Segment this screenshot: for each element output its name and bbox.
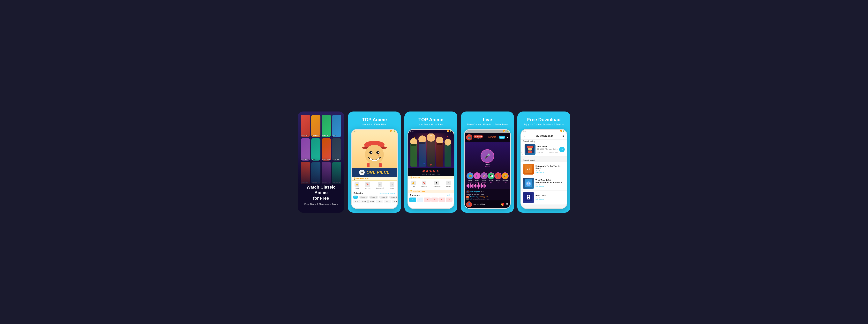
svg-point-38	[526, 181, 531, 186]
anime-thumb-bleach: BLEACH	[321, 115, 331, 137]
slime-thumb	[523, 178, 534, 189]
luffy-illustration	[355, 134, 394, 167]
mic-icon[interactable]: 🎙	[506, 203, 508, 206]
tab-tv[interactable]: TV	[353, 195, 358, 199]
dl-pause-button[interactable]: ⏸	[559, 147, 565, 152]
audience-chloe: 🎸 Chloe ♥ 3920	[480, 172, 488, 183]
sender-avatar: 👤	[466, 202, 472, 207]
noah-hearts: ♥ 236	[468, 182, 472, 183]
phone2-status-icons: 📶 🔋	[390, 131, 395, 132]
bluelock-size: 17.9M	[535, 197, 565, 199]
chat-avatar-1: 👤	[466, 190, 470, 193]
card2-subtitle: More than 2000+ Titles	[363, 123, 386, 126]
sender-row: 👤 Say something... 🎁 🎙	[465, 201, 510, 208]
wave-3	[468, 184, 469, 188]
ep-cell-4[interactable]: 4	[431, 197, 438, 202]
card3-title: TOP Anime	[418, 117, 443, 122]
tab-movie3[interactable]: Movie 3	[379, 195, 389, 199]
live-badge: TV is LIVE	[473, 136, 483, 138]
card4-subtitle: Meet&Connect Friends on Audio Room	[467, 123, 508, 126]
episodes-full-3[interactable]: Full >	[447, 194, 452, 196]
ep-cell-1[interactable]: 1	[409, 197, 416, 202]
dl-progress-fill	[537, 151, 544, 151]
michael-hearts: ♥ 0	[490, 182, 492, 183]
chat-text-1: To All	[480, 191, 484, 192]
action-bar-2: 👍 2.8M 🔖 My List ⬇ Download ↗ Share	[351, 181, 397, 191]
phone4-content: 📺 TV is LIVE ID 223357 3870.9M ♥ 999+ ✕	[465, 133, 510, 208]
dl-item-bluelock: Blue Lock 17.9M 2% watched	[521, 190, 567, 205]
wave-19	[480, 184, 481, 187]
ep-cell-3[interactable]: 3	[424, 197, 431, 202]
ep-1072[interactable]: 1072	[368, 200, 375, 203]
harpee-name: Harpee	[496, 180, 500, 181]
action-share[interactable]: ↗ Share	[390, 182, 394, 189]
action-mylist[interactable]: 🔖 My List	[365, 182, 371, 189]
tab-movie1[interactable]: Movie 1	[359, 195, 368, 199]
action-likes-3[interactable]: 👍 5.3K	[411, 181, 416, 188]
share-label: Share	[390, 187, 394, 189]
wave-20	[481, 183, 482, 188]
like-count-3: 5.3K	[411, 186, 415, 188]
close-icon[interactable]: ✕	[506, 136, 508, 139]
card-free-download: Free Download Enjoy the Content Anywhere…	[517, 111, 570, 213]
wave-24	[485, 183, 485, 188]
ep-1075[interactable]: 1075	[392, 200, 397, 203]
action-download[interactable]: ⬇ Download	[376, 182, 384, 189]
chat-msg-1: 👤 Liyi fengd to To All	[466, 190, 508, 193]
download-icon: ⬇	[378, 182, 382, 187]
svg-rect-11	[370, 163, 374, 167]
back-button[interactable]: ←	[523, 134, 527, 138]
episodes-header-3: Episodes Full >	[408, 193, 454, 197]
user-count: 999+	[499, 136, 505, 139]
card1-bottom-text: Watch Classic Animefor Free One Piece & …	[298, 184, 344, 206]
anime-thumb-naruto: NARUTO	[301, 115, 310, 137]
chat-user-4: Lily	[470, 198, 472, 200]
onepiece-thumb-icon	[526, 146, 534, 153]
haikyuu-watched: Watched 0%	[535, 172, 565, 173]
action-mylist-3[interactable]: 🔖 My List	[421, 181, 427, 188]
gift-icon[interactable]: 🎁	[501, 203, 504, 206]
wave-2	[467, 184, 468, 187]
share-label-3: Share	[446, 186, 451, 188]
ep-1073[interactable]: 1073	[376, 200, 383, 203]
wave-17	[479, 184, 479, 187]
menu-button[interactable]: ≡	[563, 134, 564, 138]
wave-9	[473, 184, 473, 187]
onepiece-logo: 💀 ONE PIECE	[351, 168, 397, 177]
host-hearts: ♥ 5087	[485, 166, 490, 167]
live-header: 📺 TV is LIVE ID 223357 3870.9M ♥ 999+ ✕	[465, 133, 510, 142]
noah-avatar: 😊	[467, 172, 473, 179]
card1-main-title: Watch Classic Animefor Free	[302, 184, 341, 201]
card-top-anime-onepiece: TOP Anime More than 2000+ Titles 9:30 📶 …	[348, 111, 401, 213]
premium-top-badge: 🏆 Premium Top 4	[408, 190, 454, 193]
stage-lights	[408, 133, 454, 168]
tab-movie4[interactable]: Movie 4	[389, 195, 397, 199]
anime-thumb-aot: AOT	[332, 115, 341, 137]
mylist-icon-3: 🔖	[422, 181, 426, 185]
downloaded-label: Downloaded	[521, 158, 567, 162]
download-icon-3: ⬇	[434, 181, 439, 185]
svg-marker-31	[521, 151, 523, 157]
bluelock-thumb	[523, 192, 534, 203]
chat-msg-4: A7 Lily shared the voice room	[466, 198, 508, 200]
action-likes[interactable]: 👍 2.8M	[354, 182, 359, 189]
action-download-3[interactable]: ⬇ Download	[433, 181, 440, 188]
chat-num-4: A7	[466, 198, 469, 200]
card2-title: TOP Anime	[362, 117, 387, 122]
harpee-hearts: ♥ 72	[497, 182, 499, 183]
wave-5	[470, 184, 470, 188]
mylist-label: My List	[365, 187, 371, 189]
card5-subtitle: Enjoy the Content Anywhere & Anytime	[524, 123, 564, 126]
ep-cell-2[interactable]: 2	[417, 197, 424, 202]
live-avatar: 📺	[466, 134, 472, 141]
ep-cell-6[interactable]: 6	[446, 197, 453, 202]
tab-movie2[interactable]: Movie 2	[369, 195, 378, 199]
wave-14	[477, 184, 477, 188]
wave-22	[483, 184, 484, 188]
ep-1070[interactable]: 1070	[353, 200, 360, 203]
ep-1074[interactable]: 1074	[384, 200, 391, 203]
phone2-hero	[351, 133, 397, 168]
ep-1071[interactable]: 1071	[361, 200, 368, 203]
ep-cell-5[interactable]: 5	[438, 197, 445, 202]
action-share-3[interactable]: ↗ Share	[446, 181, 451, 188]
